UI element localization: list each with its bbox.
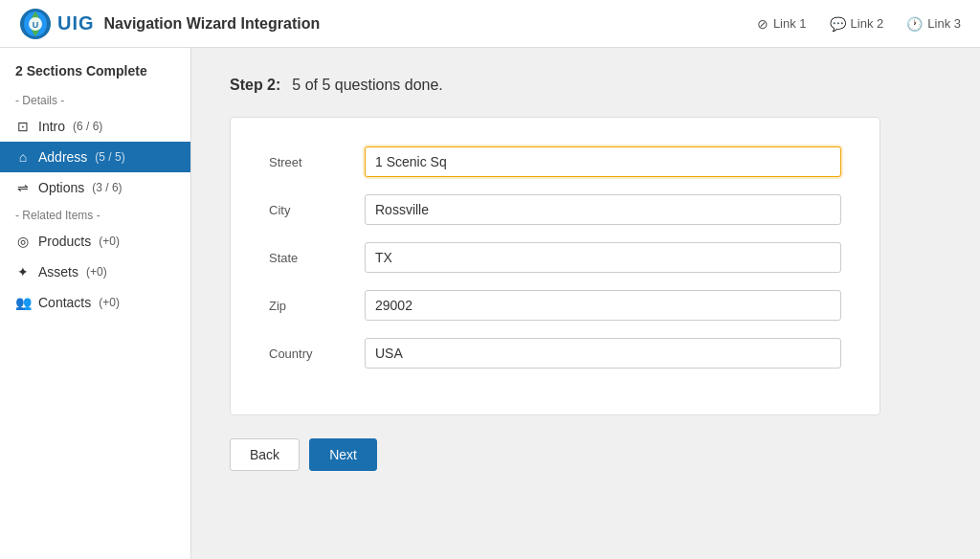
nav-link-3[interactable]: 🕐 Link 3 — [906, 16, 961, 32]
back-button[interactable]: Back — [230, 438, 300, 471]
state-input[interactable] — [365, 242, 841, 273]
sidebar-item-address[interactable]: ⌂ Address (5 / 5) — [0, 142, 190, 172]
sidebar-item-address-label: Address — [38, 149, 87, 165]
sidebar-item-assets-label: Assets — [38, 264, 78, 280]
details-section-label: - Details - — [0, 88, 190, 111]
sections-complete-label: 2 Sections Complete — [0, 63, 190, 88]
header: U UIG Navigation Wizard Integration ⊘ Li… — [0, 0, 980, 48]
intro-icon: ⊡ — [15, 119, 31, 134]
form-row-street: Street — [269, 146, 841, 177]
nav-link-1-label: Link 1 — [773, 16, 807, 31]
zip-label: Zip — [269, 299, 365, 313]
sidebar-item-options-count: (3 / 6) — [92, 181, 122, 194]
street-label: Street — [269, 155, 365, 169]
country-input[interactable] — [365, 338, 841, 369]
form-card: Street City State Zip Country — [230, 117, 880, 415]
nav-link-2[interactable]: 💬 Link 2 — [830, 16, 884, 32]
sidebar-item-products-label: Products — [38, 234, 91, 249]
sidebar-item-products[interactable]: ◎ Products (+0) — [0, 226, 190, 257]
sidebar-item-contacts[interactable]: 👥 Contacts (+0) — [0, 287, 190, 318]
next-button[interactable]: Next — [309, 438, 377, 471]
nav-link-3-label: Link 3 — [927, 16, 961, 31]
related-items-label: - Related Items - — [0, 203, 190, 226]
sidebar-item-intro-label: Intro — [38, 119, 65, 134]
comment-icon: 💬 — [830, 16, 846, 32]
sidebar-item-contacts-label: Contacts — [38, 295, 91, 310]
city-input[interactable] — [365, 194, 841, 225]
logo: U UIG — [19, 8, 95, 40]
street-input[interactable] — [365, 146, 841, 177]
sidebar-item-options[interactable]: ⇌ Options (3 / 6) — [0, 172, 190, 203]
zip-input[interactable] — [365, 290, 841, 321]
form-row-state: State — [269, 242, 841, 273]
contacts-icon: 👥 — [15, 295, 31, 310]
step-label: Step 2: — [230, 77, 280, 94]
state-label: State — [269, 251, 365, 265]
ban-icon: ⊘ — [757, 16, 768, 32]
layout: 2 Sections Complete - Details - ⊡ Intro … — [0, 48, 980, 559]
sidebar-item-products-count: (+0) — [99, 235, 120, 248]
sidebar-item-contacts-count: (+0) — [99, 296, 120, 309]
products-icon: ◎ — [15, 234, 31, 249]
sidebar-item-assets[interactable]: ✦ Assets (+0) — [0, 257, 190, 287]
step-header: Step 2: 5 of 5 questions done. — [230, 77, 942, 94]
sidebar-item-options-label: Options — [38, 180, 84, 195]
form-row-city: City — [269, 194, 841, 225]
city-label: City — [269, 203, 365, 217]
assets-icon: ✦ — [15, 264, 31, 280]
logo-icon: U — [19, 8, 52, 40]
form-row-zip: Zip — [269, 290, 841, 321]
nav-link-1[interactable]: ⊘ Link 1 — [757, 16, 807, 32]
country-label: Country — [269, 347, 365, 361]
uig-brand-label: UIG — [57, 12, 95, 34]
app-title: Navigation Wizard Integration — [104, 15, 321, 33]
sidebar: 2 Sections Complete - Details - ⊡ Intro … — [0, 48, 191, 559]
home-icon: ⌂ — [15, 149, 31, 165]
clock-icon: 🕐 — [906, 16, 923, 32]
svg-text:U: U — [33, 20, 39, 30]
nav-link-2-label: Link 2 — [851, 16, 884, 31]
options-icon: ⇌ — [15, 180, 31, 195]
button-row: Back Next — [230, 438, 942, 471]
header-nav: ⊘ Link 1 💬 Link 2 🕐 Link 3 — [757, 16, 961, 32]
sidebar-item-intro[interactable]: ⊡ Intro (6 / 6) — [0, 111, 190, 142]
step-progress: 5 of 5 questions done. — [292, 77, 442, 94]
sidebar-item-assets-count: (+0) — [86, 265, 107, 279]
sidebar-item-intro-count: (6 / 6) — [73, 120, 102, 133]
main-content: Step 2: 5 of 5 questions done. Street Ci… — [191, 48, 980, 559]
form-row-country: Country — [269, 338, 841, 369]
sidebar-item-address-count: (5 / 5) — [95, 150, 124, 164]
